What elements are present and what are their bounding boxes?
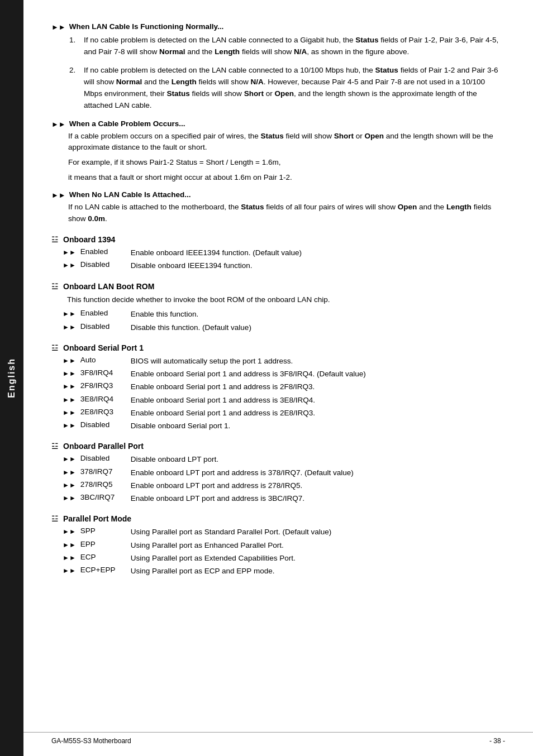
option-arrow-icon: ►► [63, 528, 76, 535]
option-label: Disabled [80, 322, 131, 331]
no-lan-title: When No LAN Cable Is Attached... [69, 190, 191, 199]
circle-arrow-icon-4: ☳ [51, 442, 59, 451]
option-label: 2E8/IRQ3 [80, 408, 131, 416]
option-desc: Enable onboard IEEE1394 function. (Defau… [131, 247, 505, 259]
option-1394-enabled: ►► Enabled Enable onboard IEEE1394 funct… [51, 247, 505, 259]
option-label: Enabled [80, 309, 131, 317]
option-label: Disabled [80, 454, 131, 462]
option-label: Auto [80, 356, 131, 364]
option-desc: Enable onboard Serial port 1 and address… [131, 381, 505, 393]
option-label: 278/IRQ5 [80, 480, 131, 489]
cable-problem-line1: If a cable problem occurs on a specified… [68, 131, 505, 154]
parallel-mode-options: ►► SPP Using Parallel port as Standard P… [51, 527, 505, 577]
option-arrow-icon: ►► [63, 567, 76, 575]
arrow-icon-2: ►► [51, 120, 66, 128]
option-arrow-icon: ►► [63, 396, 76, 404]
option-desc: Disable this function. (Default value) [131, 322, 505, 333]
option-desc: Enable onboard LPT port and address is 2… [131, 480, 505, 491]
option-parallel-278: ►► 278/IRQ5 Enable onboard LPT port and … [51, 480, 505, 491]
section-no-lan: ►► When No LAN Cable Is Attached... If n… [51, 190, 505, 225]
option-arrow-icon: ►► [63, 357, 76, 365]
onboard-lan-boot-header: ☳ Onboard LAN Boot ROM [51, 282, 505, 291]
section-lan-functioning: ►► When LAN Cable Is Functioning Normall… [51, 22, 505, 113]
section-onboard-1394: ☳ Onboard 1394 ►► Enabled Enable onboard… [51, 235, 505, 272]
option-label: Disabled [80, 420, 131, 429]
option-arrow-icon: ►► [63, 541, 76, 549]
onboard-lan-boot-intro: This function decide whether to invoke t… [51, 294, 505, 306]
option-serial1-3f8: ►► 3F8/IRQ4 Enable onboard Serial port 1… [51, 369, 505, 380]
option-label: Enabled [80, 247, 131, 256]
onboard-parallel-header: ☳ Onboard Parallel Port [51, 442, 505, 451]
option-desc: Enable onboard LPT port and address is 3… [131, 493, 505, 504]
section-parallel-mode: ☳ Parallel Port Mode ►► SPP Using Parall… [51, 514, 505, 577]
option-serial1-3e8: ►► 3E8/IRQ4 Enable onboard Serial port 1… [51, 395, 505, 406]
option-arrow-icon: ►► [63, 248, 76, 256]
option-arrow-icon: ►► [63, 370, 76, 377]
option-arrow-icon: ►► [63, 382, 76, 390]
circle-arrow-icon-5: ☳ [51, 514, 59, 523]
cable-problem-line2: For example, if it shows Pair1-2 Status … [68, 157, 505, 169]
option-label: 3BC/IRQ7 [80, 493, 131, 501]
option-arrow-icon: ►► [63, 310, 76, 318]
option-arrow-icon: ►► [63, 468, 76, 476]
option-desc: BIOS will automatically setup the port 1… [131, 356, 505, 367]
option-arrow-icon: ►► [63, 409, 76, 417]
arrow-icon-3: ►► [51, 191, 66, 199]
onboard-1394-header: ☳ Onboard 1394 [51, 235, 505, 244]
option-mode-epp: ►► EPP Using Parallel port as Enhanced P… [51, 540, 505, 551]
sidebar: English [0, 0, 23, 756]
option-lan-boot-disabled: ►► Disabled Disable this function. (Defa… [51, 322, 505, 333]
option-parallel-378: ►► 378/IRQ7 Enable onboard LPT port and … [51, 467, 505, 479]
option-desc: Enable onboard LPT port and address is 3… [131, 467, 505, 479]
option-desc: Enable onboard Serial port 1 and address… [131, 395, 505, 406]
option-mode-ecpepp: ►► ECP+EPP Using Parallel port as ECP an… [51, 566, 505, 577]
option-serial1-disabled: ►► Disabled Disable onboard Serial port … [51, 420, 505, 432]
option-parallel-disabled: ►► Disabled Disable onboard LPT port. [51, 454, 505, 465]
arrow-icon: ►► [51, 23, 66, 31]
section-onboard-parallel: ☳ Onboard Parallel Port ►► Disabled Disa… [51, 442, 505, 504]
no-lan-body: If no LAN cable is attached to the mothe… [51, 202, 505, 225]
circle-arrow-icon: ☳ [51, 235, 59, 244]
cable-problem-title: When a Cable Problem Occurs... [69, 119, 185, 128]
option-arrow-icon: ►► [63, 481, 76, 489]
section-onboard-lan-boot: ☳ Onboard LAN Boot ROM This function dec… [51, 282, 505, 333]
no-lan-line: If no LAN cable is attached to the mothe… [68, 202, 505, 225]
option-mode-ecp: ►► ECP Using Parallel port as Extended C… [51, 553, 505, 564]
cable-problem-line3: it means that a fault or short might occ… [68, 172, 505, 184]
option-label: 2F8/IRQ3 [80, 381, 131, 390]
option-desc: Enable onboard Serial port 1 and address… [131, 408, 505, 419]
option-label: 378/IRQ7 [80, 467, 131, 476]
option-label: EPP [80, 540, 131, 548]
option-desc: Using Parallel port as ECP and EPP mode. [131, 566, 505, 577]
footer-page: - 38 - [489, 737, 505, 745]
cable-problem-header: ►► When a Cable Problem Occurs... [51, 119, 505, 128]
section-onboard-serial1: ☳ Onboard Serial Port 1 ►► Auto BIOS wil… [51, 343, 505, 432]
onboard-lan-boot-options: ►► Enabled Enable this function. ►► Disa… [51, 309, 505, 333]
option-label: Disabled [80, 260, 131, 269]
option-serial1-2e8: ►► 2E8/IRQ3 Enable onboard Serial port 1… [51, 408, 505, 419]
option-arrow-icon: ►► [63, 455, 76, 463]
option-1394-disabled: ►► Disabled Disable onboard IEEE1394 fun… [51, 260, 505, 271]
option-label: ECP+EPP [80, 566, 131, 574]
footer: GA-M55S-S3 Motherboard - 38 - [23, 732, 533, 745]
option-arrow-icon: ►► [63, 261, 76, 269]
onboard-serial1-header: ☳ Onboard Serial Port 1 [51, 343, 505, 352]
onboard-parallel-title: Onboard Parallel Port [63, 442, 144, 451]
onboard-lan-boot-title: Onboard LAN Boot ROM [63, 282, 154, 291]
option-desc: Disable onboard Serial port 1. [131, 420, 505, 432]
option-desc: Using Parallel port as Extended Capabili… [131, 553, 505, 564]
circle-arrow-icon-3: ☳ [51, 343, 59, 352]
onboard-1394-options: ►► Enabled Enable onboard IEEE1394 funct… [51, 247, 505, 272]
lan-functioning-list: 1. If no cable problem is detected on th… [51, 34, 505, 113]
onboard-parallel-options: ►► Disabled Disable onboard LPT port. ►►… [51, 454, 505, 504]
option-lan-boot-enabled: ►► Enabled Enable this function. [51, 309, 505, 320]
option-desc: Using Parallel port as Standard Parallel… [131, 527, 505, 538]
option-label: SPP [80, 527, 131, 535]
circle-arrow-icon-2: ☳ [51, 282, 59, 291]
option-serial1-auto: ►► Auto BIOS will automatically setup th… [51, 356, 505, 367]
option-mode-spp: ►► SPP Using Parallel port as Standard P… [51, 527, 505, 538]
option-label: 3E8/IRQ4 [80, 395, 131, 403]
onboard-serial1-title: Onboard Serial Port 1 [63, 343, 144, 352]
onboard-serial1-options: ►► Auto BIOS will automatically setup th… [51, 356, 505, 432]
footer-model: GA-M55S-S3 Motherboard [51, 737, 131, 745]
